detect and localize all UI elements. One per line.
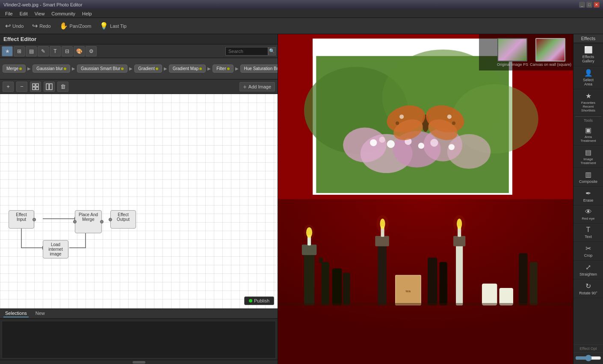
menu-help[interactable]: Help [79, 10, 95, 17]
svg-point-26 [449, 144, 455, 150]
thumbnail-original[interactable]: Original Image PS [497, 38, 528, 67]
effect-tool-text[interactable]: T [50, 46, 61, 56]
svg-rect-58 [453, 236, 465, 246]
node-effect-input[interactable]: Effect Input [9, 210, 34, 229]
node-place-and-merge[interactable]: Place And Merge [75, 210, 102, 233]
svg-rect-63 [500, 288, 513, 305]
red-eye-tool[interactable]: 👁 Red eye [573, 205, 603, 223]
straighten-tool[interactable]: ⤢ Straighten [573, 261, 603, 279]
zoom-out-button[interactable]: − [16, 82, 27, 92]
effect-tool-list[interactable]: ▤ [26, 46, 37, 56]
pipeline-node-gaussian-blur[interactable]: Gaussian blur [33, 65, 70, 73]
add-image-button[interactable]: + Add Image [239, 82, 275, 91]
pipeline-node-gaussian-smart[interactable]: Gaussian Smart Blur [77, 65, 127, 73]
svg-rect-66 [278, 303, 573, 305]
composite-icon: ▥ [585, 170, 591, 179]
delete-node-button[interactable]: 🗑 [57, 82, 68, 92]
pan-zoom-button[interactable]: ✋ Pan/Zoom [58, 21, 93, 31]
select-area-tool[interactable]: 👤 Select Area [573, 66, 603, 89]
area-treatment-icon: ▣ [585, 126, 591, 134]
titlebar: Vlinder2-web.jpg - Smart Photo Editor _ … [0, 0, 603, 9]
svg-rect-55 [428, 258, 437, 305]
effect-tool-gear[interactable]: ⚙ [86, 46, 97, 56]
text-icon: T [586, 226, 591, 234]
node-load-internet-image[interactable]: Load internet image [43, 240, 68, 258]
svg-point-33 [447, 114, 452, 119]
group-nodes-button[interactable] [30, 82, 41, 92]
favorites-tool[interactable]: ★ Favorites Recent Shortlists [573, 89, 603, 115]
svg-rect-39 [302, 245, 317, 255]
effect-tool-grid[interactable]: ⊞ [14, 46, 25, 56]
arrow-6: ▶ [235, 66, 239, 71]
arrow-5: ▶ [207, 66, 211, 71]
image-treatment-tool[interactable]: ▤ Image Treatment [573, 146, 603, 168]
rotate-90-tool[interactable]: ↻ Rotate 90° [573, 279, 603, 298]
straighten-icon: ⤢ [585, 263, 591, 271]
horizontal-scrollbar[interactable] [0, 360, 278, 364]
svg-rect-48 [375, 236, 389, 246]
search-button[interactable]: 🔍 [268, 47, 276, 56]
menu-view[interactable]: View [31, 10, 48, 17]
ungroup-nodes-button[interactable] [44, 82, 55, 92]
composite-tool[interactable]: ▥ Composite [573, 168, 603, 187]
node-canvas[interactable]: Effect Input Place And Merge Effect Outp… [0, 94, 278, 308]
arrow-2: ▶ [72, 66, 75, 71]
selections-header: Selections New [0, 309, 278, 319]
close-button[interactable]: ✕ [594, 2, 600, 8]
effect-slider[interactable] [575, 355, 601, 361]
new-tab[interactable]: New [34, 310, 47, 317]
effect-tool-palette[interactable]: 🎨 [74, 46, 85, 56]
search-area: 🔍 [225, 47, 276, 56]
scroll-thumb [133, 361, 145, 364]
minimize-button[interactable]: _ [579, 2, 585, 8]
svg-rect-4 [46, 84, 49, 90]
pipeline-node-gradient[interactable]: Gradient [134, 65, 162, 73]
thumbnail-canvas-wall[interactable]: Canvas on wall (square) [530, 38, 571, 67]
menu-file[interactable]: File [2, 10, 16, 17]
left-panel: Effect Editor ★ ⊞ ▤ ✎ T ⊟ 🎨 ⚙ 🔍 Merge ▶ [0, 34, 278, 364]
svg-rect-45 [332, 268, 342, 305]
menu-community[interactable]: Community [48, 10, 79, 17]
pipeline-node-gradient-map[interactable]: Gradient Map [169, 65, 206, 73]
effect-tool-pencil[interactable]: ✎ [38, 46, 49, 56]
effect-pipeline: Merge ▶ Gaussian blur ▶ Gaussian Smart B… [0, 58, 278, 79]
area-treatment-tool[interactable]: ▣ Area Treatment [573, 123, 603, 146]
svg-point-32 [399, 114, 404, 119]
pipeline-node-merge[interactable]: Merge [3, 65, 26, 73]
crop-tool[interactable]: ✂ Crop [573, 242, 603, 261]
erase-tool[interactable]: ✒ Erase [573, 187, 603, 205]
last-tip-button[interactable]: 💡 Last Tip [98, 21, 128, 31]
pipeline-node-hsb[interactable]: Hue Saturation Brightness [240, 65, 278, 73]
svg-rect-47 [378, 245, 386, 305]
redo-button[interactable]: ↪ Redo [30, 21, 52, 31]
search-input[interactable] [225, 47, 268, 56]
effects-sidebar-header: Effects [573, 34, 603, 43]
publish-button[interactable]: Publish [244, 296, 274, 305]
group-icon [32, 83, 39, 90]
pipeline-node-filter[interactable]: Filter [213, 65, 233, 73]
svg-rect-65 [530, 262, 538, 305]
text-tool[interactable]: T Text [573, 223, 603, 242]
main-layout: Effect Editor ★ ⊞ ▤ ✎ T ⊟ 🎨 ⚙ 🔍 Merge ▶ [0, 34, 603, 364]
canvas-toolbar: + − 🗑 + Add Image [0, 79, 278, 94]
undo-button[interactable]: ↩ Undo [3, 21, 25, 31]
red-eye-icon: 👁 [585, 208, 592, 216]
arrow-1: ▶ [27, 66, 31, 71]
node-effect-output[interactable]: Effect Output [110, 210, 136, 229]
effect-tool-star[interactable]: ★ [2, 46, 13, 56]
effect-tool-grid2[interactable]: ⊟ [62, 46, 73, 56]
thumb-original-image [497, 38, 527, 62]
effects-gallery-tool[interactable]: ⬜ Effects Gallery [573, 43, 603, 66]
maximize-button[interactable]: □ [586, 2, 592, 8]
svg-rect-62 [482, 284, 497, 305]
redo-icon: ↪ [32, 22, 38, 30]
zoom-in-button[interactable]: + [3, 82, 14, 92]
undo-icon: ↩ [5, 22, 11, 30]
crop-icon: ✂ [585, 244, 591, 252]
svg-rect-43 [321, 262, 329, 305]
svg-point-35 [452, 121, 455, 125]
menu-edit[interactable]: Edit [16, 10, 31, 17]
arrow-3: ▶ [129, 66, 133, 71]
port-eo-left [109, 218, 112, 221]
selections-tab[interactable]: Selections [3, 310, 29, 317]
